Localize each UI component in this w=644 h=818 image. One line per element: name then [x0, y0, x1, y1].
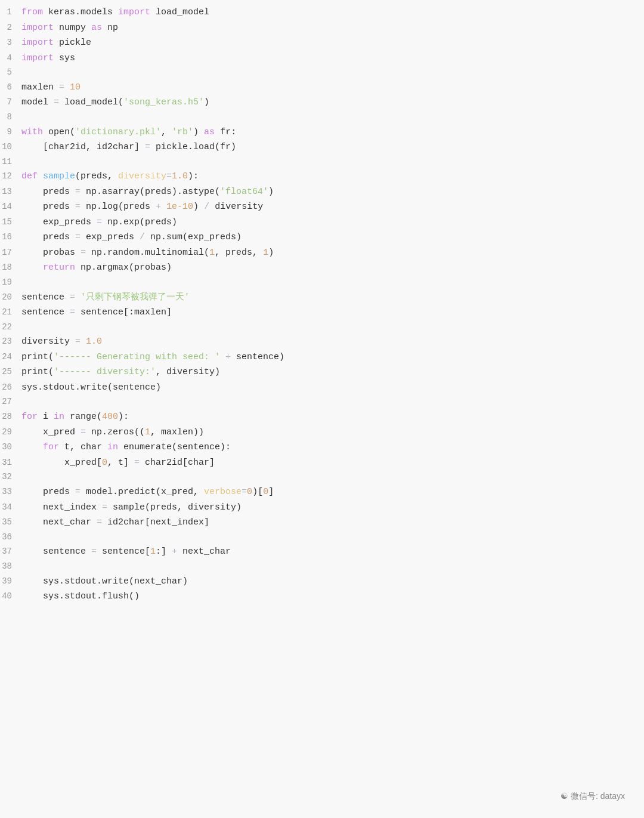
line-content: return np.argmax(probas) [21, 260, 172, 276]
code-line: 36 [0, 530, 644, 545]
code-line: 32 [0, 470, 644, 484]
line-content: print('------ diversity:', diversity) [21, 365, 220, 380]
line-content: preds = exp_preds / np.sum(exp_preds) [21, 230, 242, 245]
line-number: 18 [0, 261, 21, 275]
line-number: 13 [0, 185, 21, 199]
line-content: preds = model.predict(x_pred, verbose=0)… [21, 484, 274, 500]
line-number: 28 [0, 410, 21, 424]
line-content: sys.stdout.flush() [21, 589, 140, 604]
code-line: 16 preds = exp_preds / np.sum(exp_preds) [0, 230, 644, 245]
line-content: model = load_model('song_keras.h5') [21, 95, 209, 110]
line-content: diversity = 1.0 [21, 334, 102, 350]
line-content: [char2id, id2char] = pickle.load(fr) [21, 140, 236, 155]
line-content: sentence = sentence[1:] + next_char [21, 544, 231, 560]
line-content: import pickle [21, 35, 91, 51]
line-content: def sample(preds, diversity=1.0): [21, 169, 199, 184]
line-number: 9 [0, 125, 21, 140]
code-line: 1from keras.models import load_model [0, 5, 644, 20]
line-number: 2 [0, 21, 21, 35]
code-line: 3import pickle [0, 35, 644, 51]
code-line: 21sentence = sentence[:maxlen] [0, 305, 644, 320]
line-content: probas = np.random.multinomial(1, preds,… [21, 245, 274, 261]
line-content: sentence = sentence[:maxlen] [21, 305, 172, 320]
line-number: 16 [0, 230, 21, 245]
line-number: 26 [0, 381, 21, 395]
line-number: 31 [0, 456, 21, 470]
line-number: 35 [0, 516, 21, 530]
line-number: 8 [0, 110, 21, 125]
code-line: 19 [0, 276, 644, 290]
line-number: 15 [0, 215, 21, 230]
code-line: 20sentence = '只剩下钢琴被我弹了一天' [0, 290, 644, 305]
line-number: 17 [0, 246, 21, 260]
watermark: ☯ 微信号: datayx [561, 789, 625, 804]
code-line: 10 [char2id, id2char] = pickle.load(fr) [0, 140, 644, 155]
line-number: 5 [0, 66, 21, 80]
code-line: 25print('------ diversity:', diversity) [0, 365, 644, 380]
code-line: 38 [0, 560, 644, 574]
line-content: x_pred = np.zeros((1, maxlen)) [21, 425, 204, 440]
code-line: 30 for t, char in enumerate(sentence): [0, 440, 644, 455]
line-number: 10 [0, 140, 21, 155]
code-line: 18 return np.argmax(probas) [0, 260, 644, 276]
code-line: 12def sample(preds, diversity=1.0): [0, 169, 644, 184]
line-number: 3 [0, 36, 21, 50]
line-number: 38 [0, 560, 21, 574]
code-line: 39 sys.stdout.write(next_char) [0, 574, 644, 589]
line-content: print('------ Generating with seed: ' + … [21, 350, 284, 365]
code-line: 34 next_index = sample(preds, diversity) [0, 500, 644, 516]
line-number: 19 [0, 276, 21, 290]
line-number: 40 [0, 589, 21, 604]
code-line: 17 probas = np.random.multinomial(1, pre… [0, 245, 644, 261]
line-number: 20 [0, 291, 21, 305]
code-line: 22 [0, 320, 644, 335]
line-number: 39 [0, 575, 21, 589]
code-line: 7model = load_model('song_keras.h5') [0, 95, 644, 110]
line-number: 29 [0, 425, 21, 440]
code-line: 8 [0, 110, 644, 125]
code-line: 11 [0, 155, 644, 169]
code-line: 6maxlen = 10 [0, 80, 644, 95]
line-content: sys.stdout.write(sentence) [21, 380, 161, 396]
line-number: 24 [0, 350, 21, 365]
code-line: 35 next_char = id2char[next_index] [0, 515, 644, 530]
line-content: preds = np.log(preds + 1e-10) / diversit… [21, 199, 263, 215]
line-content: next_index = sample(preds, diversity) [21, 500, 242, 516]
line-number: 6 [0, 81, 21, 95]
line-content: with open('dictionary.pkl', 'rb') as fr: [21, 125, 236, 140]
line-number: 1 [0, 5, 21, 20]
code-line: 9with open('dictionary.pkl', 'rb') as fr… [0, 125, 644, 140]
line-content: next_char = id2char[next_index] [21, 515, 209, 530]
line-content: sentence = '只剩下钢琴被我弹了一天' [21, 290, 190, 305]
line-number: 11 [0, 155, 21, 169]
code-line: 33 preds = model.predict(x_pred, verbose… [0, 484, 644, 500]
line-number: 36 [0, 530, 21, 545]
line-number: 33 [0, 485, 21, 499]
code-line: 28for i in range(400): [0, 409, 644, 425]
line-number: 37 [0, 545, 21, 559]
code-line: 5 [0, 66, 644, 80]
code-line: 37 sentence = sentence[1:] + next_char [0, 544, 644, 560]
line-content: sys.stdout.write(next_char) [21, 574, 188, 589]
line-content: import numpy as np [21, 20, 118, 36]
code-line: 15 exp_preds = np.exp(preds) [0, 215, 644, 230]
line-number: 30 [0, 440, 21, 455]
line-number: 27 [0, 395, 21, 409]
watermark-icon: ☯ [561, 791, 568, 801]
line-number: 21 [0, 305, 21, 320]
line-content: maxlen = 10 [21, 80, 80, 95]
line-number: 14 [0, 200, 21, 214]
line-number: 22 [0, 320, 21, 335]
line-number: 4 [0, 51, 21, 66]
code-container: 1from keras.models import load_model2imp… [0, 0, 644, 818]
code-line: 2import numpy as np [0, 20, 644, 36]
line-content: exp_preds = np.exp(preds) [21, 215, 177, 230]
line-number: 12 [0, 169, 21, 184]
line-content: x_pred[0, t] = char2id[char] [21, 455, 215, 471]
code-line: 27 [0, 395, 644, 409]
line-number: 7 [0, 95, 21, 110]
code-line: 26sys.stdout.write(sentence) [0, 380, 644, 396]
code-line: 29 x_pred = np.zeros((1, maxlen)) [0, 425, 644, 440]
line-content: from keras.models import load_model [21, 5, 209, 20]
line-number: 23 [0, 335, 21, 349]
